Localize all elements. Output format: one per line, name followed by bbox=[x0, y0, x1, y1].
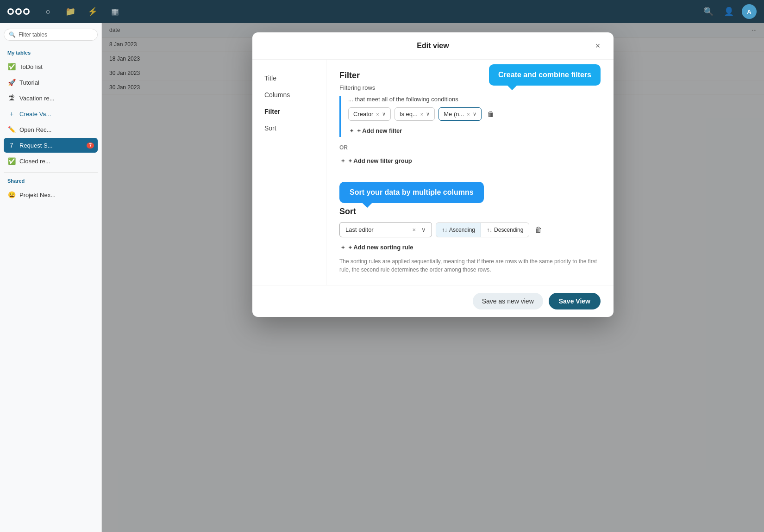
sort-descending-button[interactable]: ↑↓ Descending bbox=[481, 223, 529, 237]
nav-notifications-icon[interactable]: 👤 bbox=[721, 4, 736, 19]
filter-tooltip-container: Create and combine filters bbox=[489, 64, 601, 86]
modal-nav: Title Columns Filter Sort bbox=[252, 60, 326, 285]
nav-home-icon[interactable]: ○ bbox=[41, 4, 56, 19]
modal-title: Edit view bbox=[417, 42, 449, 50]
filter-field-clear[interactable]: × bbox=[376, 111, 379, 117]
modal-nav-sort[interactable]: Sort bbox=[260, 121, 319, 136]
app-logo bbox=[7, 8, 30, 15]
modal-nav-filter[interactable]: Filter bbox=[260, 104, 319, 119]
create-icon: + bbox=[7, 110, 16, 118]
shared-label: Shared bbox=[4, 176, 98, 186]
sidebar-item-tutorial[interactable]: 🚀 Tutorial bbox=[4, 75, 98, 90]
sidebar-item-create[interactable]: + Create Va... bbox=[4, 106, 98, 121]
logo-circle-3 bbox=[23, 8, 30, 15]
filter-group: ... that meet all of the following condi… bbox=[339, 96, 601, 137]
save-view-button[interactable]: Save View bbox=[549, 293, 601, 309]
sidebar-item-closed[interactable]: ✅ Closed re... bbox=[4, 154, 98, 168]
filter-tooltip-text: Create and combine filters bbox=[498, 71, 591, 79]
sidebar-item-request-label: Request S... bbox=[19, 142, 53, 149]
filter-operator-select[interactable]: Is eq... × ∨ bbox=[395, 107, 435, 121]
modal-overlay: Edit view × Title Columns Filter Sort bbox=[102, 23, 764, 532]
add-filter-button[interactable]: + + Add new filter bbox=[348, 124, 601, 137]
sidebar-item-closed-label: Closed re... bbox=[19, 158, 50, 165]
sort-ascending-label: Ascending bbox=[449, 227, 475, 233]
logo-circle-1 bbox=[7, 8, 14, 15]
nav-right-area: 🔍 👤 A bbox=[701, 4, 757, 19]
add-sort-button[interactable]: + + Add new sorting rule bbox=[339, 241, 601, 254]
sidebar-item-request[interactable]: 7 Request S... 7 bbox=[4, 138, 98, 153]
modal-nav-title[interactable]: Title bbox=[260, 71, 319, 86]
nav-files-icon[interactable]: 📁 bbox=[63, 4, 78, 19]
filter-field-arrow: ∨ bbox=[382, 111, 386, 117]
sort-field-select[interactable]: Last editor × ∨ bbox=[339, 222, 432, 237]
modal-nav-columns[interactable]: Columns bbox=[260, 87, 319, 102]
filter-tooltip-arrow bbox=[507, 86, 517, 90]
sidebar-item-projekt[interactable]: 😀 Projekt Nex... bbox=[4, 187, 98, 202]
sidebar-item-open[interactable]: ✏️ Open Rec... bbox=[4, 122, 98, 137]
filter-row-delete-button[interactable]: 🗑 bbox=[485, 108, 496, 120]
sort-tooltip: Sort your data by multiple columns bbox=[339, 182, 484, 203]
add-sort-label: + Add new sorting rule bbox=[349, 244, 413, 251]
add-filter-group-button[interactable]: + + Add new filter group bbox=[339, 155, 601, 167]
filter-operator-value: Is eq... bbox=[400, 111, 418, 118]
logo-circle-2 bbox=[15, 8, 22, 15]
nav-search-icon[interactable]: 🔍 bbox=[701, 4, 716, 19]
add-filter-icon: + bbox=[350, 127, 354, 134]
todo-icon: ✅ bbox=[7, 62, 16, 71]
sort-field-clear[interactable]: × bbox=[412, 226, 416, 233]
sidebar-item-create-label: Create Va... bbox=[19, 111, 51, 118]
projekt-icon: 😀 bbox=[7, 191, 16, 199]
search-icon: 🔍 bbox=[9, 31, 16, 38]
filter-field-value: Creator bbox=[353, 111, 373, 118]
filter-operator-clear[interactable]: × bbox=[420, 111, 423, 117]
nav-tables-icon[interactable]: ▦ bbox=[107, 4, 122, 19]
save-as-new-view-button[interactable]: Save as new view bbox=[473, 293, 543, 309]
sort-descending-label: Descending bbox=[494, 227, 523, 233]
filter-value-select[interactable]: Me (n... × ∨ bbox=[438, 107, 482, 121]
filter-value-clear[interactable]: × bbox=[467, 111, 470, 117]
avatar[interactable]: A bbox=[742, 4, 757, 19]
filter-field-select[interactable]: Creator × ∨ bbox=[348, 107, 391, 121]
sort-row-delete-button[interactable]: 🗑 bbox=[533, 224, 544, 236]
sidebar-item-projekt-label: Projekt Nex... bbox=[19, 192, 56, 198]
filter-value-arrow: ∨ bbox=[473, 111, 476, 117]
filter-section-header: Filter Create and combine filters bbox=[339, 71, 601, 80]
top-navigation: ○ 📁 ⚡ ▦ 🔍 👤 A bbox=[0, 0, 764, 23]
sort-ascending-icon: ↑↓ bbox=[442, 227, 447, 233]
filter-condition-text: ... that meet all of the following condi… bbox=[348, 96, 601, 103]
add-filter-group-label: + Add new filter group bbox=[349, 157, 412, 164]
modal-content: Filter Create and combine filters Filter… bbox=[326, 60, 614, 285]
main-content: date ··· 8 Jan 2023 18 Jan 2023 30 Jan 2… bbox=[102, 23, 764, 532]
vacation-icon: 🏝 bbox=[7, 94, 16, 102]
add-filter-label: + Add new filter bbox=[357, 127, 402, 134]
sidebar-item-open-label: Open Rec... bbox=[19, 126, 51, 133]
sidebar-item-todo[interactable]: ✅ ToDo list bbox=[4, 59, 98, 74]
add-filter-group-icon: + bbox=[341, 157, 345, 164]
add-sort-icon: + bbox=[341, 244, 345, 251]
edit-view-modal: Edit view × Title Columns Filter Sort bbox=[252, 32, 614, 317]
sort-description: The sorting rules are applied sequential… bbox=[339, 257, 601, 274]
sort-row: Last editor × ∨ ↑↓ Ascending bbox=[339, 222, 601, 237]
sidebar-item-todo-label: ToDo list bbox=[19, 63, 43, 70]
filter-section-title: Filter bbox=[339, 71, 360, 80]
sort-section-title: Sort bbox=[339, 207, 601, 217]
my-tables-label: My tables bbox=[4, 48, 98, 57]
sort-section: Sort your data by multiple columns Sort … bbox=[339, 182, 601, 274]
sidebar-divider bbox=[4, 172, 98, 173]
sidebar-item-vacation[interactable]: 🏝 Vacation re... bbox=[4, 91, 98, 105]
sidebar-item-tutorial-label: Tutorial bbox=[19, 79, 39, 86]
tutorial-icon: 🚀 bbox=[7, 78, 16, 87]
sort-field-arrow: ∨ bbox=[421, 226, 426, 233]
modal-body: Title Columns Filter Sort Filter Create … bbox=[252, 60, 614, 285]
modal-header: Edit view × bbox=[252, 32, 614, 60]
sort-tooltip-arrow bbox=[363, 203, 372, 208]
closed-icon: ✅ bbox=[7, 157, 16, 165]
sort-ascending-button[interactable]: ↑↓ Ascending bbox=[436, 223, 481, 237]
nav-activity-icon[interactable]: ⚡ bbox=[85, 4, 100, 19]
sidebar-search[interactable]: 🔍 Filter tables bbox=[4, 29, 98, 41]
modal-close-button[interactable]: × bbox=[591, 39, 604, 52]
filter-row: Creator × ∨ Is eq... × ∨ bbox=[348, 107, 601, 121]
request-icon: 7 bbox=[7, 141, 16, 149]
sort-descending-icon: ↑↓ bbox=[487, 227, 492, 233]
filter-operator-arrow: ∨ bbox=[426, 111, 430, 117]
